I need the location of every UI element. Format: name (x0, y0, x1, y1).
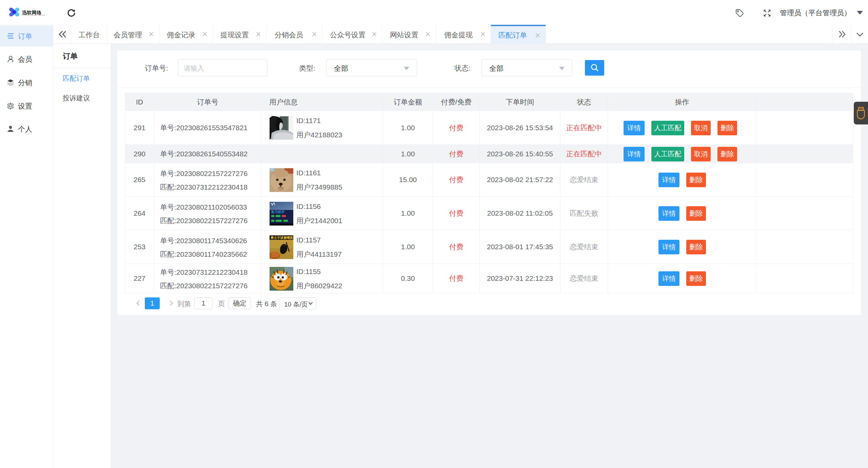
svg-text:逸川彼岸: 逸川彼岸 (271, 210, 284, 214)
svg-text:勇士不该被嘲笑: 勇士不该被嘲笑 (270, 236, 293, 239)
